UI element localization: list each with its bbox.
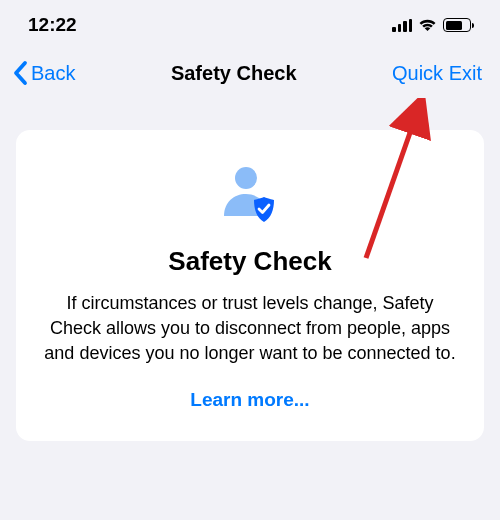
navigation-bar: Back Safety Check Quick Exit [0,44,500,106]
status-time: 12:22 [28,14,77,36]
cellular-signal-icon [392,19,412,32]
person-shield-icon [40,166,460,224]
card-body-text: If circumstances or trust levels change,… [40,291,460,367]
safety-check-card: Safety Check If circumstances or trust l… [16,130,484,441]
status-icons [392,18,474,32]
svg-point-0 [235,167,257,189]
battery-icon [443,18,474,32]
learn-more-link[interactable]: Learn more... [40,389,460,411]
wifi-icon [418,18,437,32]
back-button[interactable]: Back [12,60,75,86]
back-label: Back [31,62,75,85]
card-title: Safety Check [40,246,460,277]
status-bar: 12:22 [0,0,500,44]
quick-exit-button[interactable]: Quick Exit [392,62,482,85]
page-title: Safety Check [171,62,297,85]
chevron-left-icon [12,60,29,86]
